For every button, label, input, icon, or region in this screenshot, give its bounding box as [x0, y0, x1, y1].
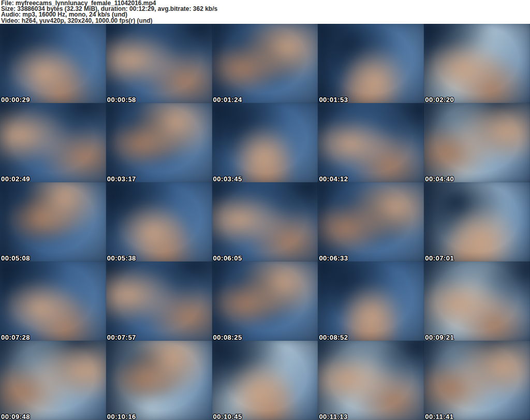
frame-vignette [0, 341, 106, 420]
frame-vignette [318, 103, 424, 182]
frame-vignette [0, 103, 106, 182]
frame-vignette [212, 103, 318, 182]
video-frame-thumbnail[interactable]: 00:03:45 [212, 103, 318, 182]
frame-timestamp: 00:09:21 [425, 334, 454, 341]
frame-timestamp: 00:07:28 [1, 334, 30, 341]
video-frame-thumbnail[interactable]: 00:11:13 [318, 341, 424, 420]
frame-timestamp: 00:04:40 [425, 175, 454, 182]
frame-timestamp: 00:06:05 [213, 254, 242, 262]
video-frame-thumbnail[interactable]: 00:02:20 [424, 24, 530, 103]
frame-vignette [106, 182, 212, 262]
video-frame-thumbnail[interactable]: 00:06:05 [212, 182, 318, 262]
video-frame-thumbnail[interactable]: 00:09:48 [0, 341, 106, 420]
frame-timestamp: 00:01:24 [213, 96, 242, 103]
video-frame-thumbnail[interactable]: 00:02:49 [0, 103, 106, 182]
frame-vignette [212, 341, 318, 420]
frame-vignette [212, 24, 318, 103]
frame-timestamp: 00:04:12 [319, 175, 348, 182]
frame-timestamp: 00:07:57 [107, 334, 136, 341]
video-frame-thumbnail[interactable]: 00:04:12 [318, 103, 424, 182]
frame-timestamp: 00:08:52 [319, 334, 348, 341]
frame-vignette [424, 341, 530, 420]
video-frame-thumbnail[interactable]: 00:01:53 [318, 24, 424, 103]
video-frame-thumbnail[interactable]: 00:08:52 [318, 262, 424, 341]
frame-timestamp: 00:03:45 [213, 175, 242, 182]
frame-timestamp: 00:09:48 [1, 413, 30, 420]
thumbnail-grid: 00:00:2900:00:5800:01:2400:01:5300:02:20… [0, 24, 530, 420]
video-frame-thumbnail[interactable]: 00:07:01 [424, 182, 530, 262]
frame-vignette [106, 24, 212, 103]
video-frame-thumbnail[interactable]: 00:10:45 [212, 341, 318, 420]
frame-vignette [0, 262, 106, 341]
frame-timestamp: 00:03:17 [107, 175, 136, 182]
video-contact-sheet: File: myfreecams_lynnlunacy_female_11042… [0, 0, 530, 420]
video-frame-thumbnail[interactable]: 00:04:40 [424, 103, 530, 182]
video-frame-thumbnail[interactable]: 00:11:41 [424, 341, 530, 420]
frame-timestamp: 00:00:58 [107, 96, 136, 103]
frame-vignette [212, 182, 318, 262]
frame-vignette [106, 341, 212, 420]
video-frame-thumbnail[interactable]: 00:07:28 [0, 262, 106, 341]
frame-vignette [318, 182, 424, 262]
frame-timestamp: 00:00:29 [1, 96, 30, 103]
video-frame-thumbnail[interactable]: 00:06:33 [318, 182, 424, 262]
video-frame-thumbnail[interactable]: 00:03:17 [106, 103, 212, 182]
video-frame-thumbnail[interactable]: 00:00:58 [106, 24, 212, 103]
video-frame-thumbnail[interactable]: 00:05:08 [0, 182, 106, 262]
frame-vignette [106, 103, 212, 182]
frame-vignette [0, 24, 106, 103]
video-frame-thumbnail[interactable]: 00:07:57 [106, 262, 212, 341]
frame-vignette [318, 341, 424, 420]
frame-timestamp: 00:11:41 [425, 413, 453, 420]
frame-vignette [424, 262, 530, 341]
video-frame-thumbnail[interactable]: 00:09:21 [424, 262, 530, 341]
video-frame-thumbnail[interactable]: 00:05:38 [106, 182, 212, 262]
frame-timestamp: 00:02:49 [1, 175, 30, 182]
frame-vignette [318, 262, 424, 341]
frame-timestamp: 00:10:16 [107, 413, 136, 420]
frame-vignette [424, 103, 530, 182]
frame-vignette [212, 262, 318, 341]
frame-timestamp: 00:07:01 [425, 254, 454, 262]
frame-timestamp: 00:05:38 [107, 254, 136, 262]
frame-vignette [424, 182, 530, 262]
frame-vignette [318, 24, 424, 103]
frame-timestamp: 00:02:20 [425, 96, 454, 103]
file-info-header: File: myfreecams_lynnlunacy_female_11042… [0, 0, 530, 24]
video-frame-thumbnail[interactable]: 00:08:25 [212, 262, 318, 341]
frame-vignette [424, 24, 530, 103]
frame-timestamp: 00:06:33 [319, 254, 348, 262]
frame-timestamp: 00:10:45 [213, 413, 242, 420]
video-frame-thumbnail[interactable]: 00:10:16 [106, 341, 212, 420]
frame-timestamp: 00:01:53 [319, 96, 348, 103]
frame-timestamp: 00:05:08 [1, 254, 30, 262]
frame-vignette [0, 182, 106, 262]
frame-timestamp: 00:08:25 [213, 334, 242, 341]
video-frame-thumbnail[interactable]: 00:00:29 [0, 24, 106, 103]
video-frame-thumbnail[interactable]: 00:01:24 [212, 24, 318, 103]
video-info-line: Video: h264, yuv420p, 320x240, 1000.00 f… [1, 18, 530, 24]
frame-vignette [106, 262, 212, 341]
frame-timestamp: 00:11:13 [319, 413, 347, 420]
